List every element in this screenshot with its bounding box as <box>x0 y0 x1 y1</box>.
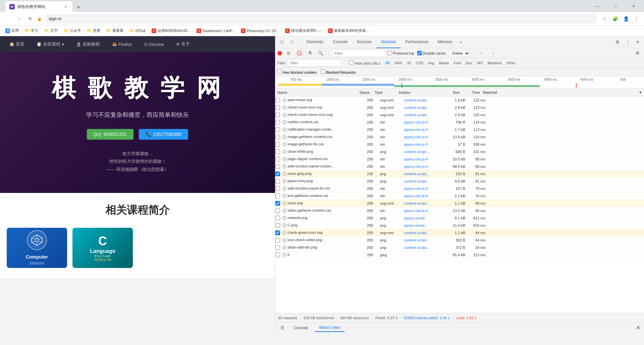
bottom-panel-close-btn[interactable]: ✕ <box>635 325 641 331</box>
row-checkbox[interactable] <box>275 216 280 220</box>
bookmark-iar[interactable]: C 最新版本IAR的安装... <box>325 27 372 34</box>
bookmark-text[interactable]: 📁 文字 <box>42 27 60 34</box>
table-row[interactable]: notification-manager-conte...200xhrjquer… <box>275 126 644 133</box>
table-row[interactable]: network.png200pngjquery.unveil...8.1 kB8… <box>275 214 644 222</box>
row-initiator-link[interactable]: content-script... <box>404 172 429 176</box>
type-media-btn[interactable]: Media <box>437 60 451 66</box>
table-row[interactable]: check-green-icon.svg200svg+xmlcontent-sc… <box>275 229 644 236</box>
profile-btn[interactable]: 👤 <box>621 14 631 23</box>
type-other-btn[interactable]: Other <box>504 60 518 66</box>
row-initiator-link[interactable]: content-script... <box>404 150 429 154</box>
tab-close-btn[interactable]: × <box>63 4 68 9</box>
dt-tab-network[interactable]: Network <box>376 36 400 48</box>
table-row[interactable]: save-hover.svg200svg+xmlcontent-script..… <box>275 96 644 104</box>
bookmark-study[interactable]: 📁 学习 <box>22 27 41 34</box>
row-checkbox[interactable] <box>275 223 280 228</box>
row-checkbox[interactable] <box>275 238 280 243</box>
row-checkbox[interactable] <box>275 208 280 213</box>
table-row[interactable]: yiban-add-btn.png200pngcontent-script...… <box>275 244 644 251</box>
type-doc-btn[interactable]: Doc <box>464 60 474 66</box>
bookmark-btn[interactable]: ☆ <box>600 14 609 23</box>
dt-close-devtools-btn[interactable]: ✕ <box>633 38 642 47</box>
blocked-cookies-label[interactable]: Has blocked cookies <box>277 69 317 74</box>
type-ws-btn[interactable]: WS <box>475 60 485 66</box>
dt-more-tabs-btn[interactable]: » <box>457 36 465 48</box>
new-tab-btn[interactable]: + <box>74 3 83 12</box>
nav-chrome[interactable]: ◎ Chrome <box>141 41 167 48</box>
row-checkbox[interactable] <box>275 171 280 176</box>
row-initiator-link[interactable]: jquery.min.js:4 <box>404 128 428 132</box>
back-btn[interactable]: ← <box>3 14 12 23</box>
bottom-more-btn[interactable]: ☰ <box>278 324 287 332</box>
maximize-btn[interactable]: □ <box>608 0 623 12</box>
type-font-btn[interactable]: Font <box>451 60 463 66</box>
dt-tab-memory[interactable]: Memory <box>433 36 457 48</box>
col-waterfall-header[interactable]: Waterfall <box>481 90 639 94</box>
type-js-btn[interactable]: JS <box>405 60 413 66</box>
row-checkbox[interactable] <box>275 164 280 169</box>
filter-text-input[interactable] <box>287 59 341 67</box>
blocked-requests-checkbox[interactable] <box>321 69 325 74</box>
disable-cache-checkbox[interactable] <box>417 51 422 55</box>
bottom-tab-close-icon[interactable]: ✕ <box>347 326 351 330</box>
row-initiator-link[interactable]: content-script... <box>404 201 429 205</box>
nav-lab[interactable]: 🔬 实验教程 <box>73 40 103 49</box>
nav-courses[interactable]: 📋 全部课程 ▾ <box>34 40 67 49</box>
row-initiator-link[interactable]: content-script... <box>404 231 429 235</box>
dt-tab-elements[interactable]: Elements <box>302 36 328 48</box>
row-checkbox[interactable] <box>275 201 280 206</box>
bookmark-fpga[interactable]: 📁 FPGA <box>127 28 148 33</box>
disable-cache-label[interactable]: Disable cache <box>417 51 446 55</box>
row-initiator-link[interactable]: jquery.min.js:4 <box>404 194 428 198</box>
table-row[interactable]: notifier-content.css200xhrjquery.min.js:… <box>275 119 644 126</box>
table-row[interactable]: image-gatherer-fix.css200xhrjquery.min.j… <box>275 141 644 148</box>
type-css-btn[interactable]: CSS <box>414 60 425 66</box>
row-checkbox[interactable] <box>275 157 280 161</box>
bookmark-dashboard[interactable]: C Dashboard | LifeP... <box>194 28 237 34</box>
reload-btn[interactable]: ↻ <box>25 14 35 23</box>
col-name-header[interactable]: Name <box>275 90 356 94</box>
row-initiator-link[interactable]: jquery.min.js:4 <box>404 187 428 191</box>
upload-btn[interactable]: ↑ <box>477 49 486 58</box>
row-initiator-link[interactable]: jquery.min.js:4 <box>404 157 428 161</box>
bookmark-photoshop[interactable]: C Photoshop CC 20... <box>238 28 282 34</box>
row-initiator-link[interactable]: jquery.unveil... <box>404 223 428 227</box>
clear-btn[interactable]: 🚫 <box>295 49 304 58</box>
row-checkbox[interactable] <box>275 245 280 250</box>
row-initiator-link[interactable]: content-script... <box>404 238 429 242</box>
bottom-tab-console[interactable]: Console <box>289 324 312 332</box>
throttle-select[interactable]: Online <box>449 50 470 56</box>
col-type-header[interactable]: Type <box>373 90 397 94</box>
type-all-btn[interactable]: All <box>383 60 391 66</box>
blocked-requests-label[interactable]: Blocked Requests <box>321 69 356 74</box>
table-row[interactable]: icon-check-white.png200pngcontent-script… <box>275 236 644 244</box>
bookmark-mobile[interactable]: C 移动通信原理B----- <box>282 27 325 34</box>
table-row[interactable]: side-function-panel-fix.css200xhrjquery.… <box>275 185 644 192</box>
row-checkbox[interactable] <box>275 179 280 184</box>
row-checkbox[interactable] <box>275 105 280 110</box>
table-row[interactable]: 0200jpeg65.4 kB213 ms <box>275 251 644 259</box>
row-checkbox[interactable] <box>275 98 280 102</box>
table-row[interactable]: side-function-panel-conten...200xhrjquer… <box>275 163 644 170</box>
row-checkbox[interactable] <box>275 253 280 257</box>
table-row[interactable]: page-clipper-content.css200xhrjquery.min… <box>275 155 644 163</box>
row-checkbox[interactable] <box>275 142 280 147</box>
col-sort-icon[interactable]: ▼ <box>639 90 644 94</box>
type-img-btn[interactable]: Img <box>426 60 436 66</box>
row-checkbox[interactable] <box>275 113 280 117</box>
dt-element-picker-btn[interactable]: ⬡ <box>277 38 286 47</box>
filter-input[interactable] <box>332 50 386 57</box>
extensions-btn[interactable]: 🧩 <box>610 14 620 23</box>
row-initiator-link[interactable]: jquery.min.js:4 <box>404 142 428 146</box>
browser-tab[interactable]: W 棋歌的教学网站 × <box>5 1 72 12</box>
row-initiator-link[interactable]: content-script... <box>404 179 429 183</box>
table-row[interactable]: text-gatherer-content.css200xhrjquery.mi… <box>275 192 644 200</box>
row-checkbox[interactable] <box>275 186 280 191</box>
table-row[interactable]: check-cover-hover-icon.svg200svg+xmlcont… <box>275 111 644 119</box>
hide-data-btn[interactable]: Hide data URLs <box>347 60 383 66</box>
hide-data-checkbox[interactable] <box>349 60 354 65</box>
col-initiator-header[interactable]: Initiator <box>397 90 441 94</box>
dt-tab-console[interactable]: Console <box>328 36 352 48</box>
bookmark-kankkan[interactable]: 📁 看看看 <box>104 27 126 34</box>
bottom-tab-whats-new[interactable]: What's New <box>315 324 344 332</box>
